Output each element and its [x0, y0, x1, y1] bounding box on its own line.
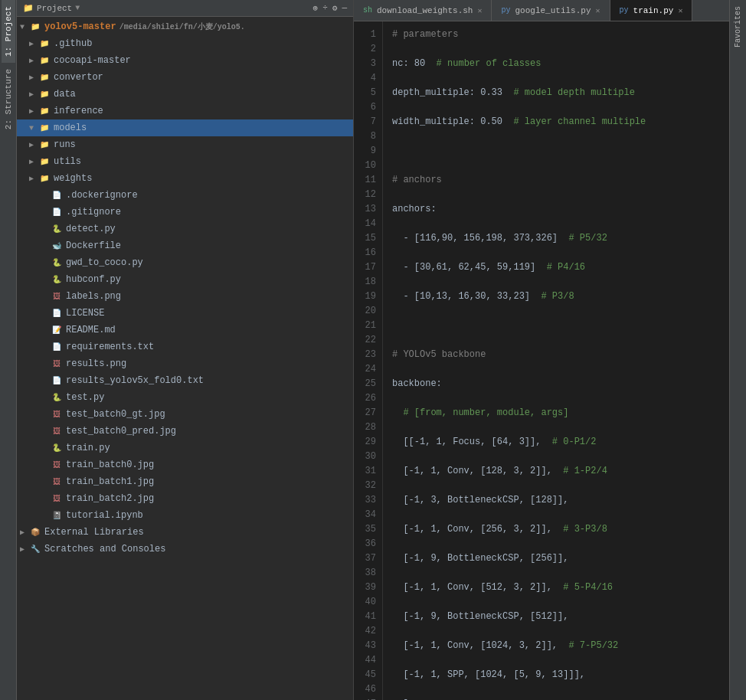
tree-item-train-batch1[interactable]: 🖼 train_batch1.jpg — [17, 473, 353, 490]
file-icon-results-txt: 📄 — [51, 375, 63, 387]
add-icon[interactable]: ⊕ — [313, 3, 319, 13]
tree-label-hubconf: hubconf.py — [66, 274, 121, 285]
tree-item-gwd[interactable]: 🐍 gwd_to_coco.py — [17, 254, 353, 271]
tree-label-train-batch1: train_batch1.jpg — [66, 476, 154, 487]
code-token: # 1-P2/4 — [552, 466, 607, 476]
tree-item-license[interactable]: 📄 LICENSE — [17, 305, 353, 322]
code-token: [[-1, 1, Focus, [64, 3]], — [392, 437, 541, 447]
line-number: 11 — [360, 173, 376, 188]
code-line: [-1, 1, Conv, [1024, 3, 2]], # 7-P5/32 — [392, 639, 729, 653]
tree-label-dockerignore: .dockerignore — [66, 190, 138, 201]
tab-close-download-weights[interactable]: ✕ — [477, 6, 482, 15]
favorites-bar: Favorites — [729, 0, 746, 700]
file-icon-test-batch0-gt: 🖼 — [51, 408, 63, 420]
tree-item-dockerignore[interactable]: 📄 .dockerignore — [17, 187, 353, 204]
tree-item-test[interactable]: 🐍 test.py — [17, 389, 353, 406]
code-line: [-1, 1, Conv, [512, 3, 2]], # 5-P4/16 — [392, 581, 729, 595]
tab-close-train[interactable]: ✕ — [678, 6, 682, 15]
file-icon-license: 📄 — [51, 307, 63, 319]
editor-area: sh download_weights.sh ✕ py google_utils… — [354, 0, 729, 700]
folder-icon: 📁 — [23, 3, 34, 13]
root-path: /media/shilei/fn/小麦/yolo5. — [119, 21, 245, 32]
favorites-item[interactable]: Favorites — [731, 0, 744, 54]
tab-close-google-utils[interactable]: ✕ — [596, 6, 600, 15]
code-token: anchors: — [392, 204, 437, 214]
split-icon[interactable]: ÷ — [322, 3, 328, 13]
tree-item-train-py[interactable]: 🐍 train.py — [17, 440, 353, 456]
tab-icon-train: py — [620, 6, 629, 15]
tree-item-train-batch2[interactable]: 🖼 train_batch2.jpg — [17, 490, 353, 507]
tree-item-utils[interactable]: 📁 utils — [17, 153, 353, 170]
file-icon-detect: 🐍 — [51, 223, 63, 235]
tree-item-models[interactable]: 📁 models — [17, 119, 353, 136]
tree-label-test: test.py — [66, 392, 104, 403]
tree-item-train-batch0[interactable]: 🖼 train_batch0.jpg — [17, 456, 353, 473]
tab-train[interactable]: py train.py ✕ — [610, 0, 693, 21]
code-token: # YOLOv5 backbone — [392, 349, 486, 360]
code-line: # parameters — [392, 28, 729, 42]
tree-item-root[interactable]: 📁 yolov5-master /media/shilei/fn/小麦/yolo… — [17, 18, 353, 35]
settings-icon[interactable]: ⚙ — [332, 3, 338, 13]
folder-icon-runs: 📁 — [38, 139, 51, 151]
code-line: [-1, 1, SPP, [1024, [5, 9, 13]]], — [392, 668, 729, 682]
line-number: 13 — [360, 202, 376, 217]
line-number: 12 — [360, 188, 376, 202]
editor-content: 1234567891011121314151617181920212223242… — [354, 21, 729, 700]
folder-icon-models: 📁 — [38, 122, 51, 134]
line-number: 26 — [360, 391, 376, 406]
tree-item-gitignore[interactable]: 📄 .gitignore — [17, 204, 353, 221]
tree-item-data[interactable]: 📁 data — [17, 86, 353, 103]
tab-download-weights[interactable]: sh download_weights.sh ✕ — [354, 0, 492, 21]
tree-item-test-batch0-pred[interactable]: 🖼 test_batch0_pred.jpg — [17, 423, 353, 440]
dropdown-icon[interactable]: ▼ — [75, 4, 80, 12]
code-line: depth_multiple: 0.33 # model depth multi… — [392, 86, 729, 100]
code-token: - [116,90, 156,198, 373,326] — [392, 233, 558, 244]
tree-item-results-txt[interactable]: 📄 results_yolov5x_fold0.txt — [17, 372, 353, 389]
code-token: [-1, 1, Conv, [1024, 3, 2]], — [392, 640, 558, 651]
tree-item-detect[interactable]: 🐍 detect.py — [17, 221, 353, 237]
tree-item-ext-libs[interactable]: 📦 External Libraries — [17, 524, 353, 541]
tree-label-dockerfile: Dockerfile — [66, 240, 121, 251]
tree-item-github[interactable]: 📁 .github — [17, 35, 353, 52]
tab-icon-google-utils: py — [501, 6, 510, 15]
tree-item-tutorial[interactable]: 📓 tutorial.ipynb — [17, 507, 353, 524]
tree-item-test-batch0-gt[interactable]: 🖼 test_batch0_gt.jpg — [17, 406, 353, 423]
tree-item-requirements[interactable]: 📄 requirements.txt — [17, 339, 353, 355]
tree-item-cocoapi[interactable]: 📁 cocoapi-master — [17, 52, 353, 69]
tree-item-scratches[interactable]: 🔧 Scratches and Consoles — [17, 541, 353, 558]
tree-item-labels[interactable]: 🖼 labels.png — [17, 288, 353, 305]
tree-item-weights[interactable]: 📁 weights — [17, 170, 353, 187]
structure-tab[interactable]: 2: Structure — [2, 63, 15, 136]
line-number: 18 — [360, 275, 376, 289]
line-number: 36 — [360, 537, 376, 551]
tree-item-dockerfile[interactable]: 🐋 Dockerfile — [17, 237, 353, 254]
line-number: 32 — [360, 479, 376, 493]
minimize-icon[interactable]: — — [342, 3, 347, 13]
tree-label-root: yolov5-master — [44, 21, 116, 32]
file-icon-requirements: 📄 — [51, 341, 63, 353]
tree-item-hubconf[interactable]: 🐍 hubconf.py — [17, 271, 353, 288]
tree-item-inference[interactable]: 📁 inference — [17, 103, 353, 119]
tree-item-runs[interactable]: 📁 runs — [17, 136, 353, 153]
file-icon-tutorial: 📓 — [51, 509, 63, 522]
file-icon-ext-libs: 📦 — [29, 526, 41, 538]
line-number: 34 — [360, 508, 376, 522]
code-line: width_multiple: 0.50 # layer channel mul… — [392, 115, 729, 129]
file-icon-dockerfile: 🐋 — [51, 240, 63, 252]
arrow-models — [29, 124, 38, 132]
project-tab[interactable]: 1: Project — [2, 0, 15, 63]
line-number: 37 — [360, 551, 376, 566]
file-icon-hubconf: 🐍 — [51, 273, 63, 286]
tab-google-utils[interactable]: py google_utils.py ✕ — [492, 0, 610, 21]
folder-icon-root: 📁 — [29, 21, 41, 33]
tree-item-results-png[interactable]: 🖼 results.png — [17, 355, 353, 372]
tree-item-convertor[interactable]: 📁 convertor — [17, 69, 353, 86]
folder-icon-github: 📁 — [38, 38, 51, 50]
folder-icon-utils: 📁 — [38, 155, 51, 168]
code-token: # [from, number, module, args] — [392, 407, 568, 418]
code-editor[interactable]: # parameters nc: 80 # number of classes … — [383, 21, 729, 700]
line-number: 38 — [360, 566, 376, 581]
editor-tabs: sh download_weights.sh ✕ py google_utils… — [354, 0, 729, 21]
tree-item-readme[interactable]: 📝 README.md — [17, 322, 353, 339]
tree-label-scratches: Scratches and Consoles — [44, 544, 165, 554]
